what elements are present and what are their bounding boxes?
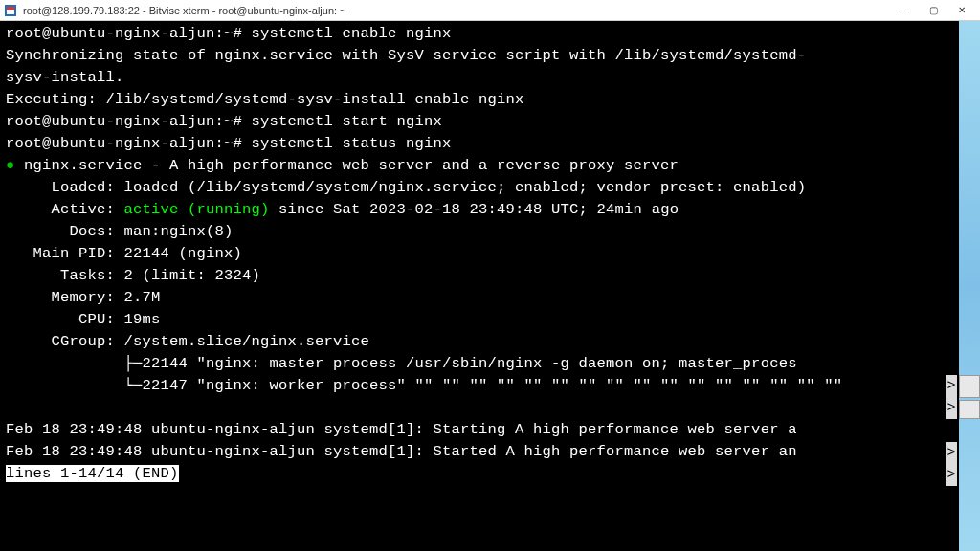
status-memory: Memory: 2.7M [6,289,161,306]
output-line: Executing: /lib/systemd/systemd-sysv-ins… [6,91,524,108]
command-text: systemctl start nginx [252,113,443,130]
status-active-state: active (running) [124,201,270,218]
status-active-since: since Sat 2023-02-18 23:49:48 UTC; 24min… [270,201,679,218]
process-line: └─22147 "nginx: worker process" "" "" ""… [6,377,842,394]
maximize-button[interactable]: ▢ [919,2,947,19]
svg-rect-2 [7,7,14,10]
close-button[interactable]: ✕ [947,2,976,19]
scrollbar[interactable] [959,21,980,551]
line-overflow-indicator: > [946,397,957,419]
minimize-button[interactable]: — [890,2,919,19]
scrollbar-thumb[interactable] [959,400,980,419]
output-line: sysv-install. [6,69,124,86]
status-active-label: Active: [6,201,124,218]
pager-status: lines 1-14/14 (END) [6,465,179,482]
status-tasks: Tasks: 2 (limit: 2324) [6,267,260,284]
window-controls: — ▢ ✕ [890,2,976,19]
line-overflow-indicator: > [946,375,957,397]
status-cgroup: CGroup: /system.slice/nginx.service [6,333,369,350]
window-title: root@128.199.79.183:22 - Bitvise xterm -… [23,5,890,16]
output-line: Synchronizing state of nginx.service wit… [6,47,806,64]
line-overflow-indicator: > [946,442,957,464]
line-overflow-indicator: > [946,464,957,486]
journal-line: Feb 18 23:49:48 ubuntu-nginx-aljun syste… [6,443,797,460]
status-mainpid: Main PID: 22144 (nginx) [6,245,242,262]
shell-prompt: root@ubuntu-nginx-aljun:~# [6,25,252,42]
command-text: systemctl status nginx [252,135,452,152]
scrollbar-track[interactable] [959,419,980,551]
service-title: nginx.service - A high performance web s… [15,157,679,174]
status-loaded: Loaded: loaded (/lib/systemd/system/ngin… [6,179,806,196]
command-text: systemctl enable nginx [252,25,452,42]
status-bullet-icon: ● [6,157,15,174]
shell-prompt: root@ubuntu-nginx-aljun:~# [6,113,252,130]
status-cpu: CPU: 19ms [6,311,161,328]
window-titlebar: root@128.199.79.183:22 - Bitvise xterm -… [0,0,980,21]
journal-line: Feb 18 23:49:48 ubuntu-nginx-aljun syste… [6,421,797,438]
terminal[interactable]: root@ubuntu-nginx-aljun:~# systemctl ena… [0,21,959,551]
shell-prompt: root@ubuntu-nginx-aljun:~# [6,135,252,152]
process-line: ├─22144 "nginx: master process /usr/sbin… [6,355,797,372]
scrollbar-thumb[interactable] [959,375,980,398]
app-icon [4,4,17,17]
terminal-container: root@ubuntu-nginx-aljun:~# systemctl ena… [0,21,980,551]
status-docs: Docs: man:nginx(8) [6,223,234,240]
